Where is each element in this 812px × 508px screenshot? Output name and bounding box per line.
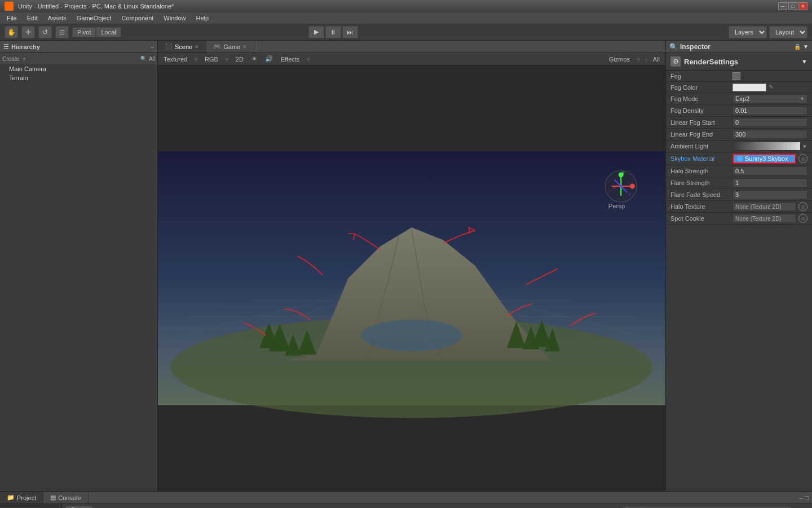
- bottom-minimize[interactable]: –: [799, 494, 802, 501]
- rotate-tool[interactable]: ↺: [38, 26, 52, 38]
- inspector-panel: 🔍 Inspector 🔒 ▼ ⚙ RenderSettings ▼ Fog F…: [665, 41, 812, 491]
- halo-texture-label: Halo Texture: [670, 203, 732, 210]
- spot-cookie-label: Spot Cookie: [670, 215, 732, 222]
- fog-color-eyedropper[interactable]: ✎: [769, 84, 774, 91]
- menubar: File Edit Assets GameObject Component Wi…: [0, 12, 812, 24]
- pause-button[interactable]: ⏸: [325, 26, 341, 38]
- title-text: Unity - Untitled - Projects - PC, Mac & …: [18, 3, 174, 10]
- render-settings-menu[interactable]: ▼: [801, 58, 807, 65]
- spot-cookie-select[interactable]: ◎: [798, 214, 807, 223]
- halo-strength-input[interactable]: 0.5: [732, 167, 807, 176]
- svg-text:Persp: Persp: [608, 203, 625, 209]
- svg-point-27: [630, 183, 635, 189]
- hierarchy-panel: ☰ Hierarchy – Create ▼ 🔍 All Main Camera…: [0, 41, 158, 491]
- project-icon: 📁: [7, 494, 15, 501]
- scene-icon: ⬛: [165, 43, 173, 50]
- svg-text:z: z: [629, 191, 631, 196]
- fog-color-picker[interactable]: [732, 84, 766, 91]
- pivot-button[interactable]: Pivot: [72, 27, 96, 37]
- right-toolbar: Layers Layout: [729, 26, 807, 38]
- scene-3d-view: x y z Persp: [158, 65, 665, 491]
- hierarchy-item-terrain[interactable]: Terrain: [0, 73, 157, 82]
- project-sidebar: 🔍 All Scripts ▼ Assets ▶ Editor ▼ Standa…: [0, 504, 62, 508]
- inspector-header: 🔍 Inspector 🔒 ▼: [666, 41, 812, 53]
- tab-game[interactable]: 🎮 Game ✕: [206, 41, 254, 52]
- flare-strength-input[interactable]: 1: [732, 178, 807, 187]
- fog-mode-value: Exp2 ▼: [732, 94, 807, 103]
- menu-gameobject[interactable]: GameObject: [72, 14, 116, 23]
- minimize-button[interactable]: ─: [778, 2, 787, 10]
- layers-dropdown[interactable]: Layers: [729, 26, 767, 38]
- menu-edit[interactable]: Edit: [23, 14, 42, 23]
- skybox-select-button[interactable]: ◎: [798, 154, 807, 163]
- linear-fog-start-input[interactable]: 0: [732, 118, 807, 127]
- tab-scene[interactable]: ⬛ Scene ✕: [158, 41, 206, 52]
- layout-dropdown[interactable]: Layout: [769, 26, 807, 38]
- fog-mode-label: Fog Mode: [670, 95, 732, 102]
- 2d-button[interactable]: 2D: [233, 55, 246, 63]
- move-tool[interactable]: ✛: [21, 26, 35, 38]
- fog-checkbox[interactable]: [732, 72, 740, 80]
- step-button[interactable]: ⏭: [342, 26, 358, 38]
- halo-texture-select[interactable]: ◎: [798, 202, 807, 211]
- scale-tool[interactable]: ⊡: [55, 26, 69, 38]
- bottom-content: 🔍 All Scripts ▼ Assets ▶ Editor ▼ Standa…: [0, 504, 812, 508]
- project-search[interactable]: [623, 506, 792, 509]
- project-create-button[interactable]: Create: [65, 506, 92, 508]
- create-label[interactable]: Create: [2, 56, 19, 62]
- app-icon: [5, 2, 14, 11]
- maximize-button[interactable]: □: [788, 2, 797, 10]
- tab-console[interactable]: ▤ Console: [43, 492, 88, 503]
- bottom-maximize[interactable]: □: [805, 494, 809, 501]
- hierarchy-title: Hierarchy: [11, 43, 40, 50]
- render-settings-section: ⚙ RenderSettings ▼: [666, 53, 812, 71]
- skybox-material-value[interactable]: Sunny3 Skybox: [732, 154, 796, 164]
- menu-help[interactable]: Help: [191, 14, 213, 23]
- tab-project[interactable]: 📁 Project: [0, 492, 43, 503]
- ambient-light-picker[interactable]: [732, 142, 801, 151]
- menu-component[interactable]: Component: [117, 14, 158, 23]
- ambient-light-edit[interactable]: ▼: [802, 143, 807, 150]
- render-settings-title: RenderSettings: [684, 58, 738, 66]
- spot-cookie-value: None (Texture 2D): [732, 214, 796, 223]
- flare-fade-speed-input[interactable]: 3: [732, 190, 807, 199]
- lighting-button[interactable]: ☀: [249, 55, 259, 63]
- main-toolbar: ✋ ✛ ↺ ⊡ Pivot Local ▶ ⏸ ⏭ Layers Layout: [0, 24, 812, 41]
- channel-dropdown[interactable]: RGB: [202, 55, 220, 63]
- hierarchy-item-maincamera[interactable]: Main Camera: [0, 64, 157, 73]
- svg-text:x: x: [614, 185, 616, 190]
- halo-texture-row: Halo Texture None (Texture 2D) ◎: [666, 201, 812, 213]
- menu-window[interactable]: Window: [159, 14, 190, 23]
- ambient-light-row: Ambient Light ▼: [666, 141, 812, 152]
- all-button[interactable]: All: [651, 55, 662, 63]
- halo-strength-label: Halo Strength: [670, 168, 732, 174]
- bottom-tabs: 📁 Project ▤ Console – □: [0, 492, 812, 504]
- render-mode-dropdown[interactable]: Textured: [161, 55, 189, 63]
- play-controls: ▶ ⏸ ⏭: [308, 26, 358, 38]
- hierarchy-close[interactable]: –: [151, 43, 154, 50]
- linear-fog-start-row: Linear Fog Start 0: [666, 117, 812, 129]
- hand-tool[interactable]: ✋: [5, 26, 18, 38]
- scene-tabs: ⬛ Scene ✕ 🎮 Game ✕: [158, 41, 665, 53]
- linear-fog-end-input[interactable]: 300: [732, 130, 807, 139]
- scene-view[interactable]: x y z Persp: [158, 65, 665, 491]
- linear-fog-end-label: Linear Fog End: [670, 131, 732, 138]
- hierarchy-toolbar: Create ▼ 🔍 All: [0, 53, 157, 64]
- halo-strength-row: Halo Strength 0.5: [666, 165, 812, 177]
- all-label[interactable]: All: [149, 56, 155, 62]
- fog-color-label: Fog Color: [670, 84, 732, 91]
- audio-button[interactable]: 🔊: [263, 55, 275, 63]
- menu-file[interactable]: File: [2, 14, 21, 23]
- skybox-material-label: Skybox Material: [670, 155, 732, 162]
- inspector-lock[interactable]: 🔒: [794, 43, 801, 50]
- play-button[interactable]: ▶: [308, 26, 324, 38]
- inspector-menu[interactable]: ▼: [803, 43, 809, 50]
- local-button[interactable]: Local: [96, 27, 121, 37]
- menu-assets[interactable]: Assets: [43, 14, 71, 23]
- fog-density-input[interactable]: 0.01: [732, 106, 807, 115]
- close-button[interactable]: ✕: [798, 2, 807, 10]
- fog-color-row: Fog Color ✎: [666, 82, 812, 93]
- bottom-panel: 📁 Project ▤ Console – □ 🔍 All Scripts ▼ …: [0, 491, 812, 508]
- gizmos-button[interactable]: Gizmos: [607, 55, 632, 63]
- effects-button[interactable]: Effects: [279, 55, 302, 63]
